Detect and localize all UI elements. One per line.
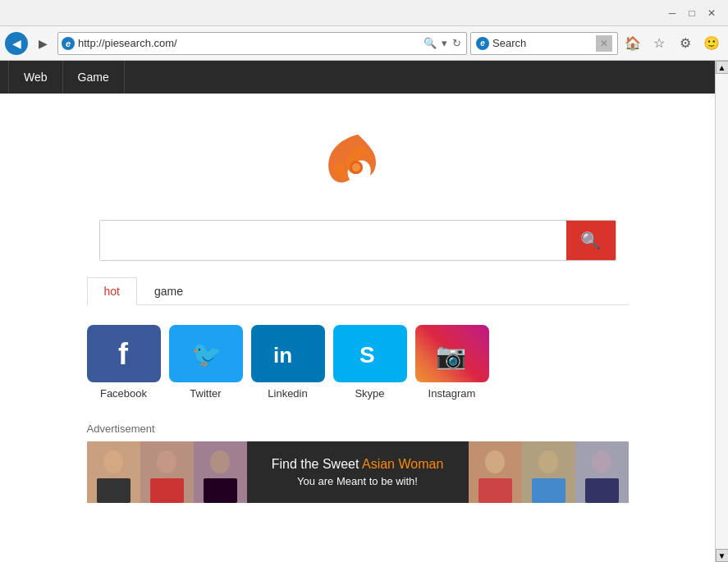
search-address-icon[interactable]: 🔍 (422, 37, 438, 49)
nav-item-game[interactable]: Game (63, 61, 125, 94)
toolbar-icons: 🏠 ☆ ⚙ 🙂 (621, 32, 723, 55)
tab-hot[interactable]: hot (87, 277, 137, 305)
search-bar: 🔍 (99, 220, 616, 261)
nav-bar: Web Game (0, 61, 728, 94)
svg-text:📷: 📷 (436, 341, 467, 371)
site-logo (317, 126, 399, 192)
settings-button[interactable]: ⚙ (674, 32, 697, 55)
svg-text:in: in (273, 343, 292, 368)
skype-label: Skype (355, 387, 384, 400)
ad-person-5 (522, 441, 575, 503)
minimize-button[interactable]: ─ (662, 3, 682, 23)
browser-toolbar: ◀ ▶ e 🔍 ▾ ↻ e Search ✕ 🏠 ☆ ⚙ 🙂 (0, 26, 728, 61)
close-button[interactable]: ✕ (702, 3, 721, 23)
facebook-icon-box: f (87, 325, 161, 382)
svg-rect-28 (585, 478, 619, 503)
dropdown-icon[interactable]: ▾ (440, 37, 449, 49)
forward-icon: ▶ (39, 37, 48, 50)
linkedin-icon: in (268, 333, 309, 374)
ad-highlight: Asian Woman (362, 457, 443, 471)
ad-text-center: Find the Sweet Asian Woman You are Meant… (247, 441, 469, 503)
content-tabs: hot game (87, 277, 629, 305)
back-button[interactable]: ◀ (5, 32, 28, 55)
main-content: 🔍 hot game f Facebook 🐦 Twitte (0, 94, 715, 503)
instagram-icon: 📷 (432, 333, 473, 374)
social-item-instagram[interactable]: 📷 Instagram (415, 325, 489, 400)
back-icon: ◀ (12, 37, 21, 50)
search-submit-button[interactable]: 🔍 (566, 221, 616, 260)
svg-rect-22 (478, 478, 512, 503)
scrollbar-right: ▲ ▼ (715, 61, 728, 562)
skype-icon-box: S (333, 325, 407, 382)
svg-point-15 (157, 450, 176, 473)
ie-icon: e (62, 37, 75, 50)
twitter-icon-box: 🐦 (169, 325, 243, 382)
svg-point-18 (210, 450, 230, 473)
svg-point-1 (352, 163, 360, 171)
search-tab-close-box: ✕ (596, 35, 612, 52)
main-search-input[interactable] (100, 221, 566, 260)
social-item-twitter[interactable]: 🐦 Twitter (169, 325, 243, 400)
ad-text-prefix: Find the Sweet (272, 457, 362, 471)
svg-point-27 (592, 450, 611, 473)
linkedin-icon-box: in (251, 325, 325, 382)
social-item-linkedin[interactable]: in Linkedin (251, 325, 325, 400)
nav-item-web[interactable]: Web (8, 61, 63, 94)
ad-subtext: You are Meant to be with! (297, 475, 418, 487)
search-submit-icon: 🔍 (580, 231, 601, 250)
ad-right-images (469, 441, 629, 503)
svg-rect-19 (204, 478, 237, 503)
search-tab: e Search ✕ (470, 32, 618, 55)
address-actions: 🔍 ▾ ↻ (422, 37, 463, 49)
twitter-icon: 🐦 (185, 333, 227, 374)
skype-icon: S (350, 333, 391, 374)
ad-person-1 (87, 441, 140, 503)
restore-button[interactable]: □ (682, 3, 702, 23)
instagram-icon-box: 📷 (415, 325, 489, 382)
svg-rect-25 (532, 478, 565, 503)
tab-game[interactable]: game (137, 277, 200, 305)
address-bar: e 🔍 ▾ ↻ (57, 32, 467, 55)
forward-button[interactable]: ▶ (31, 32, 54, 55)
search-tab-label: Search (492, 37, 593, 49)
search-tab-ie-icon: e (476, 37, 489, 50)
ad-headline: Find the Sweet Asian Woman (272, 457, 444, 472)
scroll-track[interactable] (716, 74, 729, 549)
ad-person-6 (575, 441, 629, 503)
search-tab-close-button[interactable]: ✕ (600, 38, 608, 49)
ad-banner[interactable]: Find the Sweet Asian Woman You are Meant… (87, 441, 629, 503)
svg-text:f: f (118, 337, 129, 371)
smiley-button[interactable]: 🙂 (700, 32, 723, 55)
scroll-up-button[interactable]: ▲ (716, 61, 729, 74)
home-button[interactable]: 🏠 (621, 32, 644, 55)
svg-rect-16 (150, 478, 184, 503)
favorites-button[interactable]: ☆ (648, 32, 671, 55)
social-item-skype[interactable]: S Skype (333, 325, 407, 400)
ad-left-images (87, 441, 247, 503)
svg-text:S: S (359, 342, 375, 368)
svg-point-24 (538, 450, 558, 473)
ad-person-3 (194, 441, 247, 503)
logo-container (317, 126, 399, 195)
twitter-label: Twitter (190, 387, 221, 400)
svg-point-12 (103, 450, 123, 473)
instagram-label: Instagram (428, 387, 476, 400)
address-input[interactable] (78, 37, 419, 49)
facebook-label: Facebook (100, 387, 147, 400)
title-bar: ─ □ ✕ (0, 0, 728, 26)
advertisement-section: Advertisement (87, 423, 629, 503)
svg-text:🐦: 🐦 (191, 340, 222, 369)
svg-point-21 (485, 450, 505, 473)
scroll-down-button[interactable]: ▼ (716, 549, 729, 562)
linkedin-label: Linkedin (268, 387, 307, 400)
svg-rect-13 (97, 478, 130, 503)
social-icons: f Facebook 🐦 Twitter in Linkedin (87, 318, 629, 406)
ad-label: Advertisement (87, 423, 629, 435)
social-item-facebook[interactable]: f Facebook (87, 325, 161, 400)
facebook-icon: f (103, 333, 144, 374)
refresh-icon[interactable]: ↻ (451, 37, 463, 49)
ad-person-4 (469, 441, 522, 503)
ad-person-2 (140, 441, 194, 503)
